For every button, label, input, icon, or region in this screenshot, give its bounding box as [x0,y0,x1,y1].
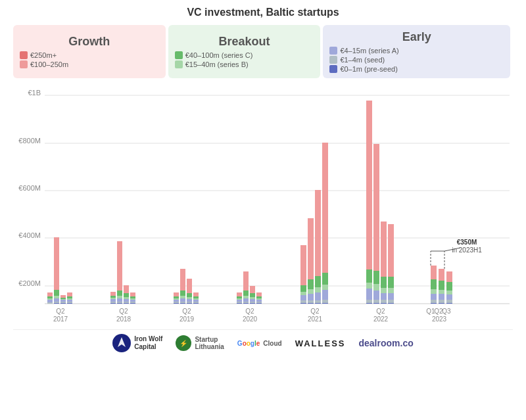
svg-rect-147 [373,303,379,304]
svg-rect-124 [308,289,314,294]
svg-rect-97 [243,298,249,302]
svg-rect-99 [243,291,249,296]
google-cloud-label: Cloud [263,340,281,347]
svg-rect-177 [439,281,444,290]
svg-rect-149 [373,291,379,300]
svg-rect-13 [47,300,53,302]
svg-text:2017: 2017 [53,315,68,323]
svg-rect-180 [446,300,452,303]
svg-rect-120 [300,245,306,285]
svg-rect-167 [431,303,437,304]
legend-dot-e250p [20,51,28,59]
svg-rect-170 [431,289,437,294]
svg-rect-112 [256,292,262,296]
svg-rect-142 [366,300,372,303]
bar-2019-q3 [187,279,192,304]
svg-rect-12 [47,302,53,304]
svg-rect-42 [110,292,116,296]
svg-rect-34 [67,292,72,296]
svg-rect-40 [110,298,116,299]
svg-rect-52 [124,297,129,299]
svg-rect-115 [300,303,306,304]
bar-2018-q1 [110,292,116,304]
chart-svg: €1B €800M €600M €400M €200M [13,83,513,327]
svg-rect-119 [300,285,306,292]
svg-text:Q2: Q2 [245,308,254,315]
svg-rect-172 [431,266,437,279]
chart-container: VC investment, Baltic startups Growth €2… [0,0,526,420]
svg-rect-134 [322,300,328,303]
svg-text:€350M: €350M [457,239,477,246]
svg-rect-96 [243,302,249,303]
svg-rect-137 [322,273,328,285]
legend-item-e0_1: €0–1m (pre-seed) [329,65,504,73]
svg-rect-153 [381,303,387,304]
svg-rect-161 [388,293,394,300]
legend-item-e250p: €250m+ [20,51,159,59]
svg-rect-100 [243,271,249,291]
bar-2021-q2 [308,218,314,304]
footer-logo-dealroom: dealroom.co [358,338,413,348]
legend-early-title: Early [329,30,504,44]
svg-rect-159 [388,303,394,304]
legend-breakout: Breakout €40–100m (series C) €15–40m (se… [168,25,321,78]
bar-2020-q1 [237,292,242,304]
footer: Iron WolfCapital ⚡ StartupLithuania Goog… [13,329,513,352]
svg-rect-68 [174,292,179,296]
svg-rect-111 [256,296,262,298]
svg-rect-156 [381,288,387,293]
bar-2021-q4 [322,143,328,304]
bar-2020-q3 [250,286,255,304]
svg-rect-56 [130,302,135,303]
svg-rect-133 [322,303,328,304]
svg-rect-106 [250,286,255,293]
svg-rect-65 [174,300,179,302]
bar-2023-q2 [439,269,444,304]
svg-text:Q2: Q2 [56,308,65,315]
svg-rect-104 [250,297,255,299]
svg-rect-173 [439,303,444,304]
svg-rect-71 [180,298,185,302]
svg-rect-92 [237,298,242,300]
svg-rect-109 [256,300,262,302]
bar-2017-q1 [47,292,53,304]
svg-text:Q3: Q3 [442,308,451,315]
svg-rect-107 [256,303,262,304]
legend-breakout-title: Breakout [175,35,314,49]
svg-text:Q2: Q2 [310,308,320,315]
svg-rect-150 [373,284,379,291]
svg-rect-83 [193,300,199,302]
legend-dot-e40_100 [175,51,183,59]
svg-rect-141 [366,303,372,304]
svg-text:Q2: Q2 [376,308,385,315]
svg-rect-64 [174,302,179,303]
svg-rect-136 [322,285,328,290]
svg-rect-105 [250,293,255,297]
legend-dot-e100_250 [20,60,28,68]
svg-rect-29 [67,303,72,304]
legend-item-e15_40: €15–40m (series B) [175,60,314,68]
svg-rect-181 [446,294,452,300]
svg-rect-95 [243,303,249,304]
google-icon: Google [237,340,260,347]
ironwolf-label: Iron WolfCapital [134,335,162,351]
svg-rect-110 [256,298,262,300]
svg-rect-89 [237,303,242,304]
svg-rect-60 [130,292,135,296]
legend-dot-e0_1 [329,65,337,73]
svg-rect-146 [366,101,372,269]
svg-rect-69 [180,303,185,304]
svg-rect-19 [54,298,59,302]
svg-text:Q2: Q2 [182,308,191,315]
svg-rect-85 [193,296,199,298]
bar-2017-q4 [67,292,72,304]
svg-rect-171 [431,279,437,289]
bar-2018-q4 [130,292,135,304]
svg-rect-130 [315,287,321,292]
svg-rect-25 [60,300,66,302]
svg-rect-135 [322,290,328,300]
svg-rect-48 [117,241,122,291]
svg-rect-155 [381,293,387,300]
svg-rect-70 [180,302,185,303]
bar-2020-q2 [243,271,249,304]
